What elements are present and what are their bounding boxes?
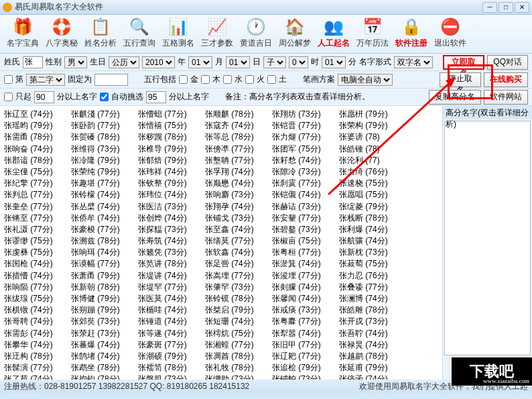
name-item[interactable]: 张樗炕 (75分)	[205, 328, 272, 339]
toolbar-万年历法[interactable]: 📅万年历法	[354, 16, 391, 52]
name-item[interactable]: 张礼牧 (78分)	[205, 362, 272, 374]
name-item[interactable]: 张皓雕 (78分)	[339, 304, 406, 316]
day-select[interactable]: 01	[226, 56, 250, 68]
site-button[interactable]: 软件网站	[484, 90, 528, 105]
name-item[interactable]: 张航骧 (74分)	[339, 235, 406, 247]
name-item[interactable]: 张了苞 (74分)	[4, 374, 71, 380]
name-item[interactable]: 张傍凖 (77分)	[205, 144, 272, 155]
name-item[interactable]: 张攀华 (74分)	[4, 339, 71, 351]
toolbar-五行查询[interactable]: 🔍五行查询	[121, 16, 158, 52]
name-item[interactable]: 张礼滠 (77分)	[4, 224, 71, 235]
name-item[interactable]: 张鹉坐 (78分)	[71, 362, 138, 374]
name-item[interactable]: 张粤桓 (77分)	[272, 247, 339, 258]
name-item[interactable]: 张需彭 (74分)	[4, 328, 71, 339]
name-item[interactable]: 张隙冷 (73分)	[272, 166, 339, 178]
name-item[interactable]: 张足罾 (74分)	[205, 258, 272, 270]
toolbar-周公解梦[interactable]: 🏠周公解梦	[276, 16, 314, 52]
name-item[interactable]: 张响奋 (74分)	[4, 144, 71, 155]
name-item[interactable]: 张笕讲 (78分)	[138, 258, 205, 270]
toolbar-人工起名[interactable]: 👥人工起名	[315, 16, 352, 52]
name-item[interactable]: 张愿枅 (79分)	[339, 109, 406, 120]
name-item[interactable]: 张侪函 (74分)	[339, 374, 406, 380]
name-item[interactable]: 张碧鏊 (73分)	[272, 224, 339, 235]
name-item[interactable]: 张嵩埋 (77分)	[205, 270, 272, 282]
auto-input[interactable]	[146, 91, 166, 103]
name-item[interactable]: 张安颦 (77分)	[272, 213, 339, 224]
name-item[interactable]: 张湘蝗 (77分)	[205, 339, 272, 351]
name-item[interactable]: 张孚翔 (74分)	[205, 166, 272, 178]
name-item[interactable]: 张沦利 (77)	[339, 155, 406, 166]
name-item[interactable]: 张堤讲 (74分)	[138, 270, 205, 282]
name-item[interactable]: 张耔㥤 (74分)	[272, 155, 339, 166]
name-item[interactable]: 张翔孕 (74分)	[205, 201, 272, 213]
name-item[interactable]: 张铃檬 (74分)	[71, 189, 138, 201]
name-item[interactable]: 张粤麔 (77分)	[272, 316, 339, 327]
year-select[interactable]: 2010	[142, 56, 175, 68]
name-item[interactable]: 张奎垒 (77分)	[4, 201, 71, 213]
name-item[interactable]: 张纪擎 (77分)	[4, 178, 71, 189]
gender-select[interactable]: 男	[64, 56, 87, 68]
name-item[interactable]: 张寿筑 (74分)	[138, 235, 205, 247]
name-item[interactable]: 张铠儭 (74分)	[272, 189, 339, 201]
toolbar-名字宝典[interactable]: 🎁名字宝典	[4, 16, 42, 52]
name-item[interactable]: 张辽耙 (77分)	[272, 351, 339, 362]
name-item[interactable]: 张钦整 (79分)	[138, 178, 205, 189]
minimize-button[interactable]: ─	[482, 2, 497, 13]
name-item[interactable]: 张吾聍 (74分)	[339, 328, 406, 339]
name-item[interactable]: 张顺麒 (78分)	[205, 109, 272, 120]
name-item[interactable]: 张判总 (77分)	[4, 189, 71, 201]
shui-cb[interactable]	[223, 75, 232, 84]
name-item[interactable]: 张力忍 (76分)	[339, 270, 406, 282]
only-input[interactable]	[34, 91, 54, 103]
calendar-select[interactable]: 公历	[109, 56, 139, 68]
name-item[interactable]: 张谟幅 (77分)	[71, 258, 138, 270]
name-item[interactable]: 张戒痰 (73分)	[272, 304, 339, 316]
name-item[interactable]: 张赫诘 (73分)	[272, 201, 339, 213]
name-item[interactable]: 张延甫 (79分)	[339, 362, 406, 374]
toolbar-三才参数[interactable]: 📈三才参数	[198, 16, 236, 52]
name-item[interactable]: 张惜禧 (75分)	[138, 120, 205, 131]
maximize-button[interactable]: □	[498, 2, 513, 13]
name-item[interactable]: 张冷隆 (79分)	[71, 155, 138, 166]
name-item[interactable]: 张叠诿 (77分)	[339, 282, 406, 293]
name-item[interactable]: 张响陨 (77分)	[4, 282, 71, 293]
stop-button[interactable]: 停止取名	[440, 72, 481, 87]
name-item[interactable]: 张趣堪 (77分)	[71, 178, 138, 189]
name-item[interactable]: 张迂构 (78分)	[4, 351, 71, 362]
name-item[interactable]: 张利爆 (74分)	[339, 224, 406, 235]
name-item[interactable]: 张寇齐 (74分)	[205, 120, 272, 131]
month-select[interactable]: 01	[188, 56, 212, 68]
name-item[interactable]: 张玮祥 (74分)	[138, 166, 205, 178]
toolbar-八字奥秘[interactable]: 🛟八字奥秘	[43, 16, 80, 52]
name-item[interactable]: 张铺戈 (73分)	[205, 213, 272, 224]
bihua-select[interactable]: 电脑全自动	[338, 74, 393, 86]
name-item[interactable]: 张虔彝 (75分)	[4, 247, 71, 258]
name-item[interactable]: 张缮莫 (77分)	[205, 235, 272, 247]
huo-cb[interactable]	[245, 75, 254, 84]
zi-select[interactable]: 子	[263, 56, 286, 68]
high-score-list[interactable]	[444, 121, 531, 355]
name-item[interactable]: 张等总 (78分)	[205, 131, 272, 143]
name-item[interactable]: 张刹霙 (77分)	[272, 178, 339, 189]
auto-cb[interactable]	[100, 93, 109, 101]
name-item[interactable]: 张郁焙 (79分)	[138, 155, 205, 166]
name-item[interactable]: 张开戌 (73分)	[339, 316, 406, 327]
name-item[interactable]: 张墼聃 (77分)	[205, 155, 272, 166]
form-select[interactable]: 双字名	[394, 56, 433, 68]
name-item[interactable]: 张婆谤 (78)	[339, 131, 406, 143]
name-item[interactable]: 张楯哇 (74分)	[138, 304, 205, 316]
name-item[interactable]: 张需甬 (78分)	[4, 131, 71, 143]
name-item[interactable]: 张翔坊 (73分)	[272, 109, 339, 120]
name-item[interactable]: 张愿唱 (75分)	[339, 189, 406, 201]
di-select[interactable]: 第二字	[26, 74, 65, 86]
name-item[interactable]: 张医洁 (73分)	[138, 201, 205, 213]
name-item[interactable]: 张锤道 (74分)	[138, 316, 205, 327]
name-item[interactable]: 张速桡 (75分)	[339, 178, 406, 189]
name-item[interactable]: 张豪梭 (77分)	[71, 224, 138, 235]
name-item[interactable]: 张短珊 (74分)	[205, 316, 272, 327]
name-item[interactable]: 张溯兹 (78分)	[71, 235, 138, 247]
name-item[interactable]: 张浚埋 (77分)	[272, 270, 339, 282]
name-item[interactable]: 张响珥 (74分)	[71, 247, 138, 258]
name-item[interactable]: 张皓锺 (78)	[339, 144, 406, 155]
tu-cb[interactable]	[267, 75, 276, 84]
